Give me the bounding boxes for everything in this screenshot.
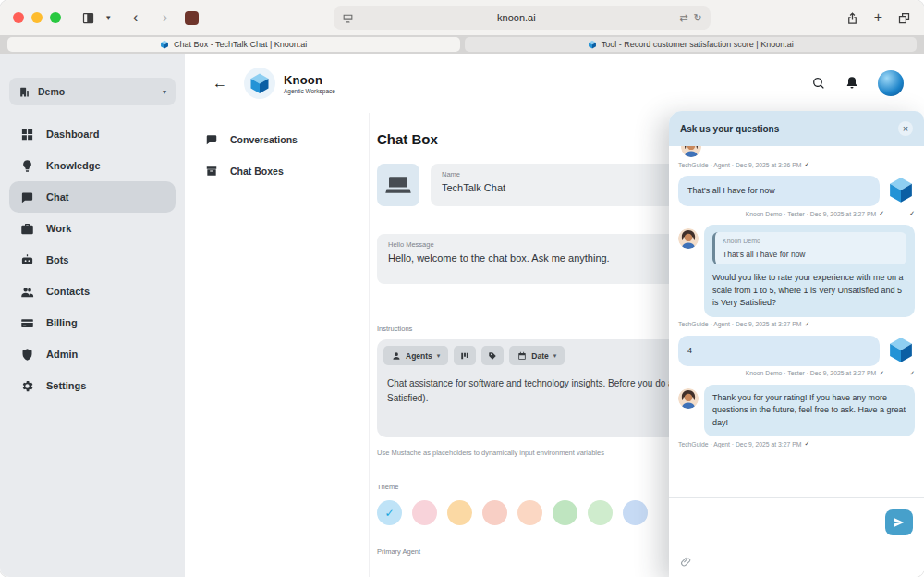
sidebar-toggle-button[interactable] [76,11,101,25]
chat-input-area[interactable] [669,497,924,577]
columns-icon [460,351,469,361]
reload-button[interactable]: ↻ [693,12,701,24]
new-tab-button[interactable]: + [874,11,882,24]
subnav-item-chat-boxes[interactable]: Chat Boxes [205,155,369,187]
chevron-down-icon: ▾ [163,88,166,96]
sidebar-item-contacts[interactable]: Contacts [9,276,176,307]
people-icon [20,285,34,299]
close-icon[interactable]: × [898,121,913,136]
meta-text: Knoon Demo · Tester · Dec 9, 2025 at 3:2… [746,370,877,376]
cube-avatar-icon [887,176,915,203]
close-window-button[interactable] [13,12,24,23]
meta-text: TechGuide · Agent · Dec 9, 2025 at 3:26 … [678,162,801,168]
agent-avatar [678,388,699,409]
theme-swatch[interactable] [623,500,648,525]
sidebar-item-dashboard[interactable]: Dashboard [9,118,176,150]
address-url: knoon.ai [359,12,675,23]
user-message: That's all I have for now [678,176,915,206]
extension-icon[interactable] [185,11,199,25]
brand-name: Knoon [284,73,335,87]
sidebar-item-label: Admin [46,349,78,360]
sidebar-item-label: Chat [46,191,68,203]
toolbar-right: + [845,11,911,25]
chat-message-list[interactable]: TechGuide · Agent · Dec 9, 2025 at 3:26 … [669,146,924,497]
delivered-check-icon: ✓ [909,370,915,377]
theme-swatch[interactable] [482,500,507,525]
cube-avatar-icon [887,336,915,363]
history-back-button[interactable]: ‹ [126,7,146,28]
sidebar-toggle-group: ▾ [76,6,116,29]
delivered-check-icon: ✓ [804,321,809,328]
theme-swatch-selected[interactable]: ✓ [377,500,402,525]
tab-record-csat-tool[interactable]: Tool - Record customer satisfaction scor… [465,37,918,52]
knoon-logo-icon [244,68,275,99]
website-settings-icon [342,12,354,24]
conversations-icon [205,133,218,146]
meta-text: TechGuide · Agent · Dec 9, 2025 at 3:27 … [678,321,801,327]
history-forward-button[interactable]: › [155,7,176,28]
bell-icon[interactable] [845,76,859,91]
tab-overview-icon[interactable] [897,11,911,25]
tab-bar: Chat Box - TechTalk Chat | Knoon.ai Tool… [0,35,924,54]
meta-text: TechGuide · Agent · Dec 9, 2025 at 3:27 … [678,441,801,448]
message-meta: TechGuide · Agent · Dec 9, 2025 at 3:27 … [678,321,915,328]
sidebar-item-billing[interactable]: Billing [9,307,176,338]
sidebar-item-label: Work [46,223,71,234]
sidebar-item-label: Knowledge [46,160,101,171]
chat-widget-title: Ask us your questions [680,124,779,134]
delivered-check-icon: ✓ [879,210,884,217]
theme-swatch[interactable] [553,500,578,525]
zoom-window-button[interactable] [50,12,61,23]
agent-message: Thank you for your rating! If you have a… [678,385,915,437]
delivered-check-icon: ✓ [804,440,809,448]
back-button[interactable]: ← [205,68,235,98]
tab-chat-box[interactable]: Chat Box - TechTalk Chat | Knoon.ai [7,37,460,52]
sidebar-item-settings[interactable]: Settings [9,370,176,401]
address-bar[interactable]: knoon.ai ⇄ ↻ [334,6,711,30]
user-message: 4 [678,336,915,366]
theme-swatch[interactable] [588,500,613,525]
sidebar-item-knowledge[interactable]: Knowledge [9,150,176,181]
columns-button[interactable] [454,346,476,365]
theme-swatch[interactable] [447,500,472,525]
sidebar-item-work[interactable]: Work [9,213,176,244]
message-meta: TechGuide · Agent · Dec 9, 2025 at 3:27 … [678,440,915,448]
sidebar-item-chat[interactable]: Chat [9,181,176,213]
search-icon[interactable] [811,76,826,91]
dashboard-icon [20,128,34,141]
sidebar-item-bots[interactable]: Bots [9,244,176,276]
chat-box-image[interactable] [377,164,419,206]
date-dropdown-button[interactable]: Date ▾ [509,346,565,365]
tag-button[interactable] [481,346,504,365]
agents-dropdown-button[interactable]: Agents ▾ [383,346,448,365]
chevron-down-icon: ▾ [553,352,557,360]
minimize-window-button[interactable] [31,12,43,23]
message-bubble: Thank you for your rating! If you have a… [704,385,915,437]
subnav-item-conversations[interactable]: Conversations [205,124,369,155]
theme-swatch[interactable] [517,500,542,525]
app-root: Demo ▾ Dashboard Knowledge Chat [0,54,924,577]
message-text: Thank you for your rating! If you have a… [712,392,906,430]
message-meta: Knoon Demo · Tester · Dec 9, 2025 at 3:2… [678,210,915,217]
sidebar: Demo ▾ Dashboard Knowledge Chat [0,54,185,577]
agent-avatar [678,228,699,249]
share-icon[interactable] [845,11,859,25]
sidebar-menu: Dashboard Knowledge Chat Work Bots [9,118,176,401]
shield-icon [20,348,34,362]
chat-widget: Ask us your questions × TechGuide · Agen… [669,111,924,577]
send-button[interactable] [885,509,913,535]
quote-author: Knoon Demo [723,237,899,247]
page-actions-icon[interactable]: ⇄ [679,12,687,24]
workspace-switcher[interactable]: Demo ▾ [9,78,176,105]
tab-group-chevron[interactable]: ▾ [101,13,116,22]
sidebar-item-admin[interactable]: Admin [9,338,176,370]
calendar-icon [517,351,527,361]
avatar[interactable] [878,70,904,96]
paperclip-icon[interactable] [680,556,692,568]
lightbulb-icon [20,159,34,173]
delivered-check-icon: ✓ [909,210,915,217]
woman-avatar-icon [678,228,699,249]
theme-swatch[interactable] [412,500,437,525]
message-bubble: 4 [678,336,880,366]
laptop-icon [384,171,412,199]
